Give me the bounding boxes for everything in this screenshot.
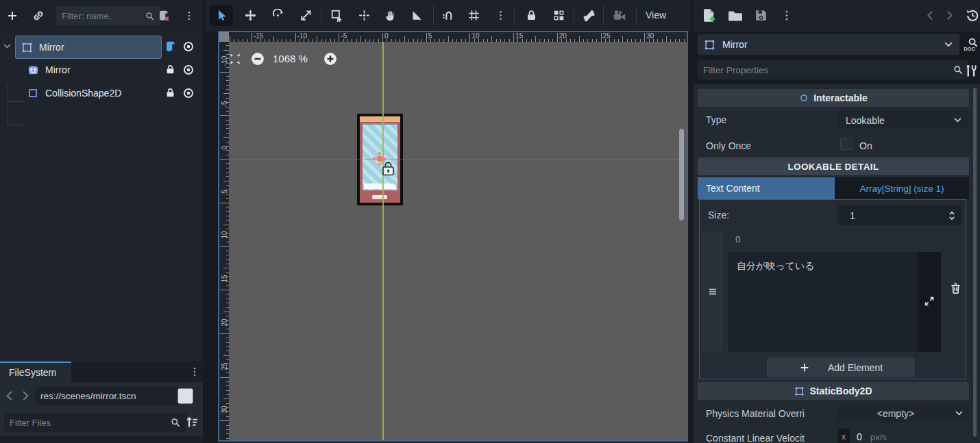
filter-files-input[interactable]: Filter Files xyxy=(4,413,186,432)
tree-row-collisionshape[interactable]: CollisionShape2D xyxy=(15,82,160,104)
prop-value-type-dropdown[interactable]: Lookable xyxy=(837,111,968,129)
edit-history-icon[interactable] xyxy=(965,8,980,23)
zoom-level-label[interactable]: 1068 % xyxy=(273,53,308,64)
group-selected-icon[interactable] xyxy=(552,9,565,22)
link-icon xyxy=(32,10,45,22)
tree-row-mirror-sprite[interactable]: Mirror xyxy=(15,59,160,81)
tree-row-mirror-root[interactable]: Mirror xyxy=(15,36,162,59)
snap-options-icon[interactable] xyxy=(495,10,506,21)
list-select-tool-icon[interactable] xyxy=(330,9,343,22)
load-resource-folder-icon[interactable] xyxy=(728,8,743,23)
drag-bars-icon xyxy=(707,286,718,297)
separator xyxy=(603,6,604,25)
camera-override-icon[interactable] xyxy=(613,9,626,23)
file-list-area[interactable] xyxy=(0,436,203,443)
element-index-label: 0 xyxy=(735,234,741,244)
expand-textarea-icon[interactable] xyxy=(924,296,935,307)
filter-script-button[interactable] xyxy=(155,8,173,24)
zoom-in-button[interactable] xyxy=(323,52,337,66)
kebab-menu-icon xyxy=(184,10,195,21)
skeleton-bone-icon[interactable] xyxy=(583,9,596,22)
rotate-tool-icon[interactable] xyxy=(271,9,284,22)
inspector-scrollbar-handle[interactable] xyxy=(973,88,977,437)
collapse-chevron-icon[interactable] xyxy=(2,41,12,51)
section-header-interactable[interactable]: Interactable xyxy=(698,89,969,107)
inspector-tools-button[interactable] xyxy=(964,63,978,78)
prop-text-content-label[interactable]: Text Content xyxy=(698,177,835,199)
section-header-staticbody2d[interactable]: StaticBody2D xyxy=(698,382,969,400)
resource-menu-icon[interactable] xyxy=(781,9,793,22)
prop-value-physics-material[interactable]: <empty> xyxy=(837,404,969,422)
category-header-lookable-detail: LOOKABLE DETAIL xyxy=(698,157,969,175)
mirror-reflection xyxy=(364,183,396,189)
separator xyxy=(433,6,434,25)
only-once-checkbox[interactable] xyxy=(840,138,853,150)
chevron-down-icon xyxy=(953,115,963,125)
lock-overlay-icon xyxy=(381,161,395,176)
add-element-button[interactable]: Add Element xyxy=(767,357,915,377)
pan-tool-icon[interactable] xyxy=(384,9,397,22)
zoom-out-button[interactable] xyxy=(251,52,265,66)
filesystem-path-field[interactable]: res://scenes/mirror.tscn xyxy=(35,387,180,405)
viewport: -15-10-5051015202530 -10-5051015202530 1… xyxy=(218,31,688,442)
file-sort-button[interactable] xyxy=(185,415,199,429)
physics-material-value: <empty> xyxy=(837,408,954,419)
toggle-split-mode-button[interactable] xyxy=(177,388,194,405)
separator xyxy=(321,6,321,25)
filter-properties-input[interactable]: Filter Properties xyxy=(698,60,969,79)
ruler-corner xyxy=(219,32,229,42)
array-size-field[interactable]: 1 xyxy=(838,205,961,225)
visibility-eye-icon[interactable] xyxy=(182,87,195,99)
search-icon xyxy=(170,417,181,428)
center-view-button[interactable] xyxy=(229,53,241,65)
ruler-tool-icon[interactable] xyxy=(411,9,424,22)
save-resource-icon[interactable] xyxy=(754,8,768,23)
inspector-node-selector[interactable]: Mirror xyxy=(698,34,959,55)
tree-guide xyxy=(8,125,24,125)
scene-filter-input[interactable]: Filter: name, xyxy=(56,6,160,25)
class-circle-icon xyxy=(799,93,809,103)
smart-snap-icon[interactable] xyxy=(441,9,454,22)
tab-filesystem[interactable]: FileSystem xyxy=(0,362,71,382)
prop-text-content-type[interactable]: Array[String] (size 1) xyxy=(835,177,969,199)
view-menu-label: View xyxy=(646,10,666,21)
prop-label-physics-material: Physics Material Overri xyxy=(706,408,835,419)
view-menu[interactable]: View xyxy=(641,8,670,22)
element-text-area[interactable]: 自分が映っている xyxy=(728,252,941,352)
history-forward-icon[interactable] xyxy=(19,389,32,403)
scene-tree-menu-button[interactable] xyxy=(181,8,197,24)
lock-selected-icon[interactable] xyxy=(525,9,538,22)
new-resource-icon[interactable] xyxy=(702,8,717,23)
visibility-eye-icon[interactable] xyxy=(182,40,195,53)
chevron-down-icon xyxy=(954,408,964,418)
history-forward-icon[interactable] xyxy=(943,9,956,22)
select-tool-button[interactable] xyxy=(210,5,233,26)
array-type-link: Array[String] (size 1) xyxy=(859,183,944,194)
instance-scene-button[interactable] xyxy=(30,8,47,24)
search-icon xyxy=(145,11,155,21)
scale-tool-icon[interactable] xyxy=(299,9,313,22)
textarea-gutter xyxy=(918,252,941,352)
history-back-icon[interactable] xyxy=(3,389,16,403)
filesystem-menu-icon[interactable] xyxy=(189,366,200,378)
add-node-button[interactable] xyxy=(4,8,21,24)
element-drag-handle[interactable] xyxy=(702,231,723,352)
delete-element-icon[interactable] xyxy=(949,281,962,296)
canvas-2d[interactable]: 1068 % xyxy=(229,42,687,440)
lock-icon[interactable] xyxy=(164,64,176,75)
move-tool-icon[interactable] xyxy=(244,9,257,22)
inspector-scrollbar[interactable] xyxy=(972,86,977,440)
script-icon[interactable] xyxy=(164,40,177,53)
velocity-x-value[interactable]: 0 xyxy=(857,431,862,442)
prop-label-type: Type xyxy=(706,114,726,125)
grid-snap-icon[interactable] xyxy=(467,9,480,22)
spinner-icon[interactable] xyxy=(946,210,957,221)
move-pivot-tool-icon[interactable] xyxy=(358,9,371,22)
canvas-vscrollbar[interactable] xyxy=(679,129,684,220)
visibility-eye-icon[interactable] xyxy=(182,64,195,76)
axis-y-line xyxy=(382,42,384,440)
history-back-icon[interactable] xyxy=(924,9,937,22)
script-x-icon xyxy=(158,10,170,22)
open-docs-button[interactable] xyxy=(964,36,978,53)
lock-icon[interactable] xyxy=(164,87,176,99)
